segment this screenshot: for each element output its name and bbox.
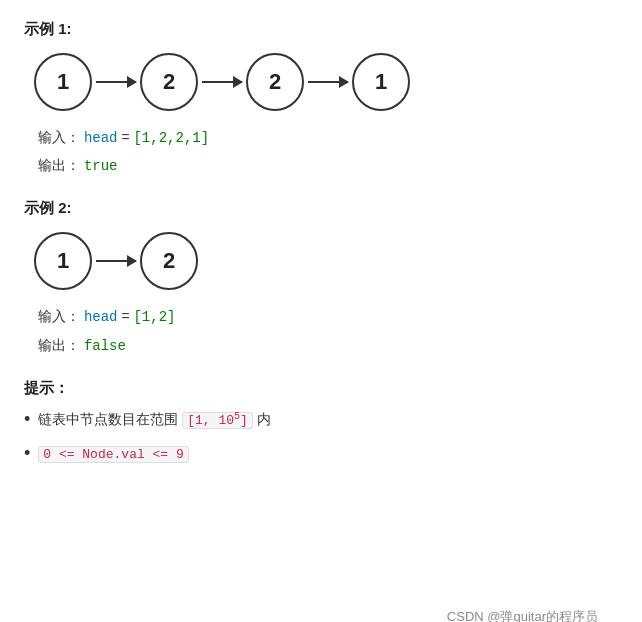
example-1-equals: = bbox=[121, 129, 133, 145]
tip-item-1: • 链表中节点数目在范围 [1, 105] 内 bbox=[24, 408, 618, 432]
arrow-line-2 bbox=[202, 81, 242, 83]
bullet-1: • bbox=[24, 408, 30, 431]
example-1-input-key: head bbox=[84, 130, 118, 146]
example-1-output-value: true bbox=[84, 158, 118, 174]
example-1-output: 输出： true bbox=[38, 153, 618, 179]
example-1-diagram: 1 2 2 1 bbox=[34, 53, 618, 111]
tip-1-range-code: [1, 105] bbox=[182, 412, 253, 429]
example-2-output-label: 输出： bbox=[38, 337, 80, 353]
node-2-1: 1 bbox=[34, 232, 92, 290]
example-2-input: 输入： head = [1,2] bbox=[38, 304, 618, 330]
tip-2-code: 0 <= Node.val <= 9 bbox=[38, 446, 188, 463]
example-1-input: 输入： head = [1,2,2,1] bbox=[38, 125, 618, 151]
tips-title: 提示： bbox=[24, 379, 618, 398]
example-2-info: 输入： head = [1,2] 输出： false bbox=[38, 304, 618, 358]
node-1-1: 1 bbox=[34, 53, 92, 111]
tips-section: 提示： • 链表中节点数目在范围 [1, 105] 内 • 0 <= Node.… bbox=[24, 379, 618, 466]
node-2-2: 2 bbox=[140, 232, 198, 290]
example-1-input-value: [1,2,2,1] bbox=[133, 130, 209, 146]
arrow-2-3 bbox=[202, 81, 242, 83]
example-1-title: 示例 1: bbox=[24, 20, 618, 39]
tip-1-content: 链表中节点数目在范围 [1, 105] 内 bbox=[38, 408, 270, 432]
tip-2-content: 0 <= Node.val <= 9 bbox=[38, 442, 188, 466]
example-2-title: 示例 2: bbox=[24, 199, 618, 218]
tip-1-text-after: 内 bbox=[257, 411, 271, 427]
tip-1-text-before: 链表中节点数目在范围 bbox=[38, 411, 182, 427]
example-2-input-label: 输入： bbox=[38, 308, 80, 324]
example-2-output-value: false bbox=[84, 338, 126, 354]
tip-1-superscript: 5 bbox=[234, 410, 240, 421]
tips-list: • 链表中节点数目在范围 [1, 105] 内 • 0 <= Node.val … bbox=[24, 408, 618, 466]
example-2-diagram: 1 2 bbox=[34, 232, 618, 290]
example-2-section: 示例 2: 1 2 输入： head = [1,2] 输出： false bbox=[24, 199, 618, 358]
bullet-2: • bbox=[24, 442, 30, 465]
node-1-4: 1 bbox=[352, 53, 410, 111]
example-1-output-label: 输出： bbox=[38, 157, 80, 173]
arrow-1-2 bbox=[96, 81, 136, 83]
watermark: CSDN @弹guitar的程序员 bbox=[447, 608, 598, 622]
example-2-input-key: head bbox=[84, 309, 118, 325]
tip-item-2: • 0 <= Node.val <= 9 bbox=[24, 442, 618, 466]
node-1-3: 2 bbox=[246, 53, 304, 111]
arrow-2-1-2 bbox=[96, 260, 136, 262]
arrow-line-2-1 bbox=[96, 260, 136, 262]
node-1-2: 2 bbox=[140, 53, 198, 111]
example-1-info: 输入： head = [1,2,2,1] 输出： true bbox=[38, 125, 618, 179]
example-2-equals: = bbox=[121, 308, 133, 324]
arrow-3-4 bbox=[308, 81, 348, 83]
page-wrapper: 示例 1: 1 2 2 1 输入： bbox=[24, 20, 618, 622]
example-2-input-value: [1,2] bbox=[133, 309, 175, 325]
arrow-line-3 bbox=[308, 81, 348, 83]
example-2-output: 输出： false bbox=[38, 333, 618, 359]
example-1-section: 示例 1: 1 2 2 1 输入： bbox=[24, 20, 618, 179]
example-1-input-label: 输入： bbox=[38, 129, 80, 145]
arrow-line-1 bbox=[96, 81, 136, 83]
